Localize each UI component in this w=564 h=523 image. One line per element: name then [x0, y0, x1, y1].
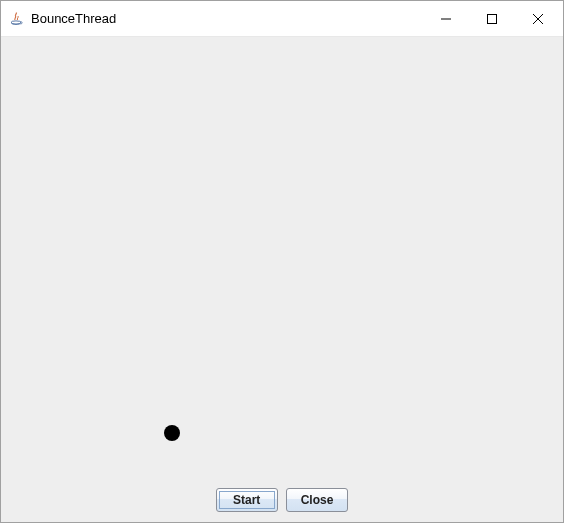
java-cup-icon — [9, 11, 25, 27]
svg-line-4 — [533, 14, 543, 24]
button-bar: Start Close — [1, 482, 563, 522]
window-close-button[interactable] — [515, 1, 561, 36]
close-button[interactable]: Close — [286, 488, 349, 512]
svg-rect-2 — [488, 14, 497, 23]
start-button[interactable]: Start — [216, 488, 278, 512]
ball — [164, 425, 180, 441]
app-window: BounceThread Start Close — [0, 0, 564, 523]
svg-line-3 — [533, 14, 543, 24]
window-controls — [423, 1, 561, 36]
maximize-button[interactable] — [469, 1, 515, 36]
canvas-panel — [1, 37, 563, 482]
minimize-button[interactable] — [423, 1, 469, 36]
titlebar: BounceThread — [1, 1, 563, 37]
window-title: BounceThread — [31, 11, 116, 26]
